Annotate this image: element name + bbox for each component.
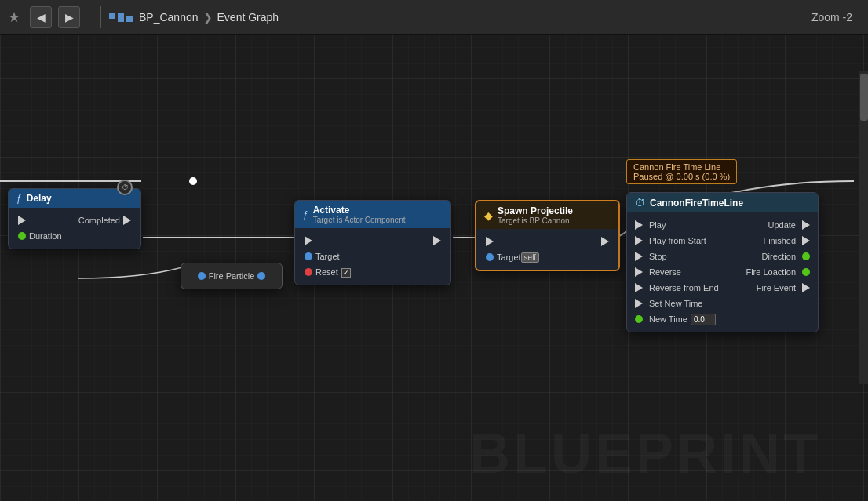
delay-body: Completed Duration	[9, 208, 140, 249]
breadcrumb: BP_Cannon ❯ Event Graph	[139, 11, 279, 24]
node-cannon-fire-timeline[interactable]: ⏱ CannonFireTimeLine Play Update	[626, 192, 819, 332]
activate-target-label: Target	[315, 252, 340, 261]
breadcrumb-separator: ❯	[203, 11, 213, 24]
spawn-target-label: Target	[497, 252, 521, 262]
spawn-subtitle: Target is BP Cannon	[498, 216, 573, 225]
timeline-reverse-in-pin[interactable]	[635, 267, 643, 277]
delay-exec-in-pin[interactable]	[18, 216, 26, 225]
back-button[interactable]: ◀	[30, 6, 52, 28]
timeline-play-from-start-row: Play from Start Finished	[627, 233, 818, 249]
scrollbar-right[interactable]	[859, 71, 868, 384]
timeline-rfe-in-pin[interactable]	[635, 283, 643, 292]
tooltip-title: Cannon Fire Time Line	[633, 162, 730, 172]
activate-exec-in-pin[interactable]	[305, 236, 312, 245]
timeline-reverse-label: Reverse	[649, 267, 681, 277]
timeline-reverse-row: Reverse Fire Loaction	[627, 264, 818, 280]
nodes-area[interactable]: ⏱ ƒ Delay Completed Duration	[0, 35, 868, 501]
spawn-exec-row	[476, 234, 618, 249]
timeline-fire-loaction-pin[interactable]	[802, 268, 810, 276]
activate-title: Activate	[313, 205, 406, 216]
node-activate[interactable]: ƒ Activate Target is Actor Component Tar…	[294, 200, 451, 285]
timeline-nt-label: New Time	[649, 314, 687, 324]
breadcrumb-bp[interactable]: BP_Cannon	[139, 11, 199, 24]
timeline-finished-right: Finished	[763, 236, 813, 245]
timeline-rfe-row: Reverse from End Fire Event	[627, 280, 818, 296]
fire-particle-row: Fire Particle	[181, 268, 282, 284]
favorite-star-icon[interactable]: ★	[8, 9, 20, 26]
blueprint-canvas[interactable]: ★ ◀ ▶ BP_Cannon ❯ Event Graph Zoom -2	[0, 0, 868, 501]
node-spawn-projectile[interactable]: ◆ Spawn Projectile Target is BP Cannon T…	[475, 200, 620, 271]
timeline-fire-loaction-right: Fire Loaction	[746, 267, 813, 277]
node-fire-particle[interactable]: Fire Particle	[181, 263, 283, 289]
delay-func-icon: ƒ	[16, 193, 22, 204]
timeline-direction-label: Direction	[762, 252, 796, 261]
checkbox-icon[interactable]: ✓	[341, 268, 351, 278]
timeline-header: ⏱ CannonFireTimeLine	[627, 193, 818, 212]
timeline-direction-right: Direction	[762, 252, 813, 261]
timeline-rfe-label: Reverse from End	[649, 283, 719, 292]
spawn-target-pin[interactable]	[486, 253, 494, 261]
forward-button[interactable]: ▶	[58, 6, 80, 28]
fire-particle-label: Fire Particle	[209, 271, 255, 281]
timeline-nt-left: New Time	[632, 314, 716, 325]
timeline-update-right: Update	[768, 220, 813, 230]
activate-body: Target Reset ✓	[295, 228, 450, 285]
toolbar-separator	[100, 6, 101, 28]
activate-reset-pin[interactable]	[305, 268, 312, 276]
node-delay[interactable]: ⏱ ƒ Delay Completed Duration	[8, 188, 141, 249]
timeline-play-row: Play Update	[627, 217, 818, 233]
timeline-title: CannonFireTimeLine	[650, 198, 743, 209]
timeline-stop-row: Stop Direction	[627, 249, 818, 264]
delay-duration-label: Duration	[29, 231, 62, 241]
timeline-fire-event-pin[interactable]	[802, 283, 810, 292]
timeline-play-left: Play	[632, 220, 666, 230]
scrollbar-thumb[interactable]	[860, 74, 868, 121]
activate-exec-row	[295, 233, 450, 249]
timeline-finished-label: Finished	[763, 236, 796, 245]
activate-func-icon: ƒ	[303, 209, 308, 220]
timeline-reverse-left: Reverse	[632, 267, 681, 277]
delay-title: Delay	[27, 193, 52, 204]
fire-particle-left-pin[interactable]	[198, 272, 206, 280]
delay-completed-pin[interactable]	[123, 216, 131, 225]
timeline-update-label: Update	[768, 220, 796, 230]
spawn-header: ◆ Spawn Projectile Target is BP Cannon	[476, 201, 618, 229]
delay-duration-pin[interactable]	[18, 232, 26, 240]
spawn-title: Spawn Projectile	[498, 205, 573, 216]
timeline-finished-pin[interactable]	[802, 236, 810, 245]
timeline-fire-event-label: Fire Event	[757, 283, 796, 292]
spawn-diamond-icon: ◆	[484, 209, 493, 222]
timeline-play-in-pin[interactable]	[635, 220, 643, 230]
spawn-exec-out-pin[interactable]	[601, 237, 609, 246]
timeline-snt-row: Set New Time	[627, 296, 818, 311]
blueprint-icon	[109, 13, 133, 22]
activate-exec-out-pin[interactable]	[433, 236, 441, 245]
timeline-body: Play Update Play from Start Finished	[627, 212, 818, 332]
timeline-nt-input[interactable]	[691, 314, 716, 325]
fire-particle-body: Fire Particle	[181, 263, 282, 289]
svg-point-0	[189, 177, 197, 185]
tooltip-paused-at: Paused @ 0.00 s (0.0 %)	[633, 172, 730, 181]
activate-reset-checkbox[interactable]: ✓	[341, 267, 351, 278]
timeline-play-label: Play	[649, 220, 666, 230]
fire-particle-right-pin[interactable]	[257, 272, 265, 280]
timeline-pfs-label: Play from Start	[649, 236, 706, 245]
activate-target-pin[interactable]	[305, 252, 312, 260]
timeline-nt-pin[interactable]	[635, 315, 643, 323]
timeline-direction-pin[interactable]	[802, 252, 810, 260]
timeline-pfs-left: Play from Start	[632, 236, 706, 245]
timeline-pfs-in-pin[interactable]	[635, 236, 643, 245]
spawn-exec-in-pin[interactable]	[486, 237, 494, 246]
timeline-new-time-row: New Time	[627, 311, 818, 327]
zoom-level: Zoom -2	[811, 11, 852, 24]
timeline-update-pin[interactable]	[802, 220, 810, 230]
timeline-stop-in-pin[interactable]	[635, 252, 643, 261]
activate-reset-label: Reset	[315, 267, 338, 277]
spawn-target-row: Target self	[476, 249, 618, 265]
delay-duration-row: Duration	[9, 228, 140, 244]
delay-completed-label: Completed	[78, 216, 120, 225]
timeline-fire-event-right: Fire Event	[757, 283, 813, 292]
spawn-self-badge: self	[521, 252, 540, 263]
timeline-snt-in-pin[interactable]	[635, 299, 643, 308]
activate-header: ƒ Activate Target is Actor Component	[295, 201, 450, 228]
